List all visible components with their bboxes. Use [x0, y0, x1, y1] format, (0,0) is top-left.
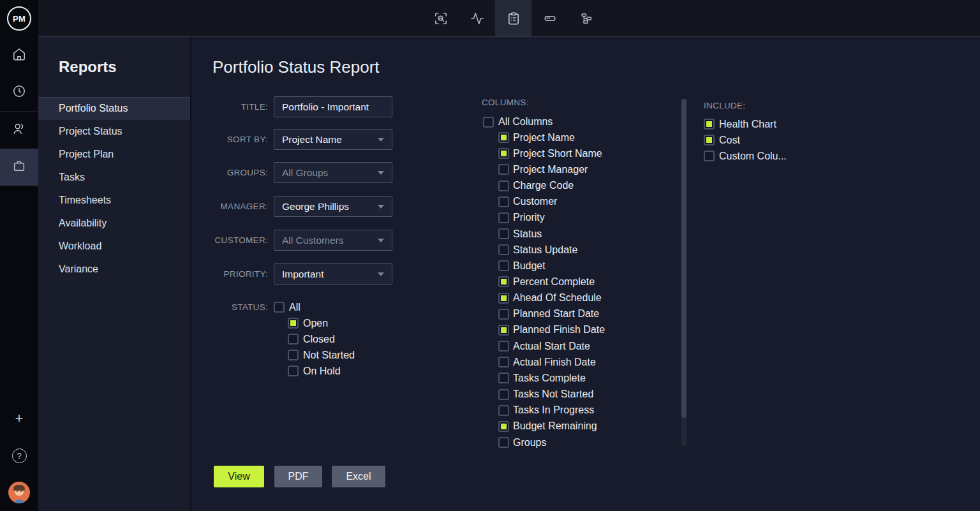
include-option-row[interactable]: Cost	[704, 132, 787, 148]
tab-workflow[interactable]	[568, 0, 604, 36]
checkbox[interactable]	[498, 164, 509, 175]
checkbox[interactable]	[288, 350, 299, 360]
column-option-row[interactable]: Actual Finish Date	[498, 354, 605, 370]
checkbox[interactable]	[498, 132, 509, 143]
status-all-row[interactable]: All	[274, 299, 301, 315]
checkbox[interactable]	[498, 341, 509, 352]
column-option-row[interactable]: Percent Complete	[498, 274, 605, 290]
sidebar-item[interactable]: Variance	[38, 258, 190, 281]
checkbox[interactable]	[498, 293, 509, 304]
column-option-row[interactable]: Status Update	[498, 242, 605, 258]
checkbox-label: Customer	[513, 196, 557, 207]
column-option-row[interactable]: Budget Remaining	[498, 418, 605, 434]
checkbox[interactable]	[288, 318, 299, 329]
tab-timeline[interactable]	[531, 0, 568, 36]
checkbox[interactable]	[498, 325, 509, 336]
column-option-row[interactable]: Actual Start Date	[498, 338, 605, 354]
checkbox[interactable]	[498, 276, 509, 287]
manager-select[interactable]: George Phillips	[274, 196, 392, 217]
checkbox[interactable]	[704, 119, 715, 130]
view-button[interactable]: View	[214, 466, 264, 487]
pm-logo[interactable]: PM	[7, 6, 31, 31]
groups-select[interactable]: All Groups	[274, 162, 392, 183]
checkbox[interactable]	[288, 366, 299, 376]
sidebar-item[interactable]: Portfolio Status	[38, 97, 190, 120]
sidebar-item[interactable]: Workload	[38, 235, 190, 258]
column-option-row[interactable]: Project Name	[498, 130, 605, 145]
checkbox[interactable]	[288, 334, 299, 344]
rail-item-home[interactable]	[0, 37, 38, 74]
column-option-row[interactable]: Groups	[498, 434, 605, 450]
checkbox-label: Health Chart	[719, 119, 776, 130]
checkbox[interactable]	[498, 357, 509, 367]
checkbox[interactable]	[274, 302, 285, 313]
sidebar-item[interactable]: Project Plan	[38, 143, 190, 166]
sidebar-list: Portfolio Status Project Status Project …	[38, 97, 190, 281]
rail-item-add[interactable]: +	[0, 400, 38, 437]
pdf-button[interactable]: PDF	[274, 466, 322, 487]
scrollbar-thumb[interactable]	[681, 99, 687, 418]
title-input[interactable]	[274, 96, 392, 117]
column-option-row[interactable]: Project Short Name	[498, 145, 605, 161]
sidebar-item[interactable]: Tasks	[38, 166, 190, 189]
sidebar-item[interactable]: Availability	[38, 212, 190, 235]
column-option-row[interactable]: Planned Finish Date	[498, 322, 605, 338]
sidebar-title: Reports	[59, 56, 190, 78]
status-option-row[interactable]: On Hold	[288, 363, 355, 379]
rail-item-profile[interactable]	[0, 474, 38, 511]
excel-button[interactable]: Excel	[332, 466, 385, 487]
checkbox[interactable]	[498, 181, 509, 191]
checkbox[interactable]	[498, 437, 509, 448]
all-columns-row[interactable]: All Columns	[483, 114, 553, 130]
status-option-row[interactable]: Open	[288, 315, 355, 331]
checkbox-label: Planned Start Date	[513, 308, 599, 320]
rail-item-time[interactable]	[0, 74, 38, 111]
checkbox[interactable]	[498, 148, 509, 159]
checkbox[interactable]	[498, 196, 509, 207]
checkbox[interactable]	[498, 244, 509, 255]
column-option-row[interactable]: Tasks Complete	[498, 370, 605, 386]
sidebar-item-label: Timesheets	[59, 195, 111, 206]
sidebar-item[interactable]: Project Status	[38, 120, 190, 143]
checkbox[interactable]	[498, 309, 509, 320]
checkbox[interactable]	[704, 135, 715, 145]
column-option-row[interactable]: Charge Code	[498, 177, 605, 193]
tab-scan-search[interactable]	[422, 0, 459, 36]
rail-item-team[interactable]	[0, 112, 38, 149]
tab-reports[interactable]	[495, 0, 531, 36]
checkbox[interactable]	[498, 421, 509, 432]
sidebar-item[interactable]: Timesheets	[38, 189, 190, 212]
reports-sidebar: Reports Portfolio Status Project Status …	[38, 36, 191, 511]
checkbox[interactable]	[498, 212, 509, 223]
checkbox-label: Budget	[513, 260, 546, 272]
status-option-row[interactable]: Closed	[288, 331, 355, 347]
sort-by-label: SORT BY:	[191, 129, 268, 150]
activity-icon	[470, 11, 484, 26]
rail-item-help[interactable]: ?	[0, 437, 38, 474]
column-option-row[interactable]: Ahead Of Schedule	[498, 290, 605, 306]
rail-item-projects[interactable]	[0, 149, 38, 186]
checkbox[interactable]	[498, 405, 509, 416]
checkbox[interactable]	[498, 260, 509, 271]
column-option-row[interactable]: Project Manager	[498, 161, 605, 177]
tab-activity[interactable]	[459, 0, 495, 36]
column-option-row[interactable]: Tasks In Progress	[498, 403, 605, 418]
column-option-row[interactable]: Priority	[498, 210, 605, 226]
column-option-row[interactable]: Tasks Not Started	[498, 387, 605, 403]
column-option-row[interactable]: Customer	[498, 194, 605, 210]
checkbox[interactable]	[483, 117, 494, 128]
column-option-row[interactable]: Status	[498, 226, 605, 242]
checkbox[interactable]	[498, 228, 509, 239]
sort-by-select[interactable]: Project Name	[274, 129, 392, 150]
status-option-row[interactable]: Not Started	[288, 347, 355, 363]
columns-scrollbar[interactable]	[681, 99, 687, 447]
customer-select[interactable]: All Customers	[274, 230, 392, 251]
priority-select[interactable]: Important	[274, 263, 392, 285]
checkbox[interactable]	[498, 389, 509, 400]
include-option-row[interactable]: Health Chart	[704, 116, 787, 132]
checkbox[interactable]	[498, 373, 509, 383]
checkbox[interactable]	[704, 151, 715, 161]
column-option-row[interactable]: Budget	[498, 258, 605, 274]
include-option-row[interactable]: Custom Colu...	[704, 148, 787, 164]
column-option-row[interactable]: Planned Start Date	[498, 306, 605, 322]
